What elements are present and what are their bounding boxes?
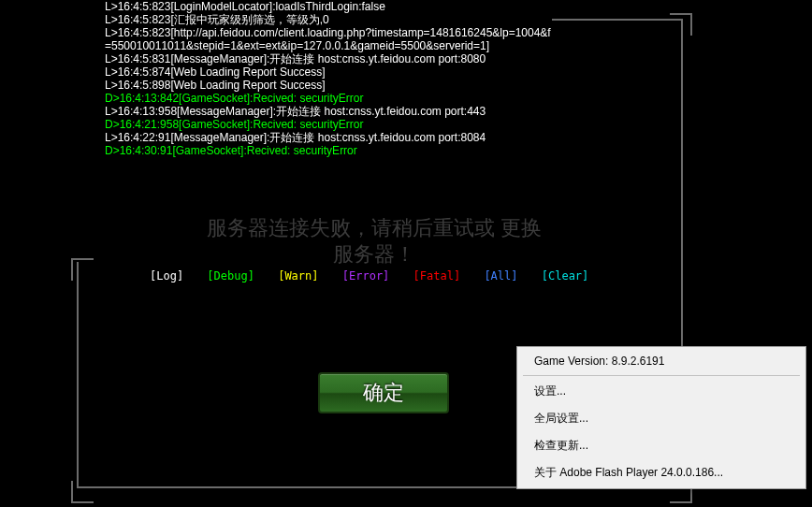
console-line: L>16:4:5:823[汇报中玩家级别筛选，等级为,0 (105, 13, 552, 26)
filter-error[interactable]: [Error] (342, 269, 390, 282)
dialog-message: 服务器连接失败，请稍后重试或 更换服务器！ (206, 215, 543, 268)
corner-tr (670, 13, 692, 36)
filter-clear[interactable]: [Clear] (542, 269, 589, 282)
context-menu-about[interactable]: 关于 Adobe Flash Player 24.0.0.186... (519, 459, 804, 486)
console-line: L>16:4:5:831[MessageManager]:开始连接 host:c… (105, 52, 552, 65)
log-filter-bar: [Log] [Debug] [Warn] [Error] [Fatal] [Al… (150, 269, 605, 282)
filter-fatal[interactable]: [Fatal] (413, 269, 461, 282)
console-line: L>16:4:5:823[LoginModelLocator]:loadIsTh… (105, 0, 552, 13)
console-line: L>16:4:22:91[MessageManager]:开始连接 host:c… (105, 131, 552, 144)
filter-warn[interactable]: [Warn] (278, 269, 318, 282)
console-line: L>16:4:13:958[MessageManager]:开始连接 host:… (105, 105, 552, 118)
frame-left (77, 262, 79, 486)
context-menu-global-settings[interactable]: 全局设置... (519, 405, 804, 432)
filter-log[interactable]: [Log] (150, 269, 183, 282)
filter-all[interactable]: [All] (484, 269, 517, 282)
console-line: D>16:4:13:842[GameSocket]:Recived: secur… (105, 92, 552, 105)
corner-bl (71, 481, 94, 503)
console-line: L>16:4:5:898[Web Loading Report Success] (105, 79, 552, 92)
context-menu-header[interactable]: Game Version: 8.9.2.6191 (519, 349, 804, 373)
corner-tl (71, 258, 94, 281)
console-line: D>16:4:30:91[GameSocket]:Recived: securi… (105, 144, 552, 157)
context-menu-separator (523, 375, 800, 376)
console-line: L>16:4:5:823[http://api.feidou.com/clien… (105, 26, 552, 52)
context-menu-check-update[interactable]: 检查更新... (519, 432, 804, 459)
console-line: D>16:4:21:958[GameSocket]:Recived: secur… (105, 118, 552, 131)
filter-debug[interactable]: [Debug] (207, 269, 254, 282)
debug-console: L>16:4:5:823[LoginModelLocator]:loadIsTh… (105, 0, 552, 157)
frame-top-right (552, 19, 683, 21)
context-menu-settings[interactable]: 设置... (519, 378, 804, 405)
ok-button[interactable]: 确定 (318, 372, 449, 413)
console-line: L>16:4:5:874[Web Loading Report Success] (105, 65, 552, 79)
flash-context-menu: Game Version: 8.9.2.6191 设置... 全局设置... 检… (516, 346, 806, 489)
